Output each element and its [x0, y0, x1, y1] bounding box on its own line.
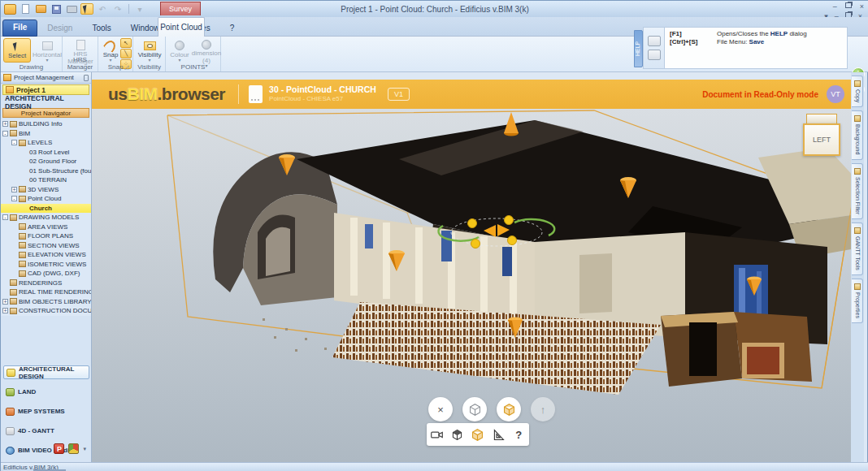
- tree-item[interactable]: 02 Ground Floor: [1, 157, 91, 166]
- new-document-button[interactable]: [19, 3, 32, 15]
- module-button[interactable]: LAND: [3, 385, 89, 399]
- orbit-cube-button[interactable]: [449, 426, 467, 443]
- pin-icon[interactable]: [84, 75, 89, 81]
- upload-view-button[interactable]: ↑: [531, 397, 555, 421]
- tree-item-label: BIM OBJECTS LIBRARY: [19, 298, 91, 305]
- tree-expander[interactable]: -: [2, 131, 8, 136]
- module-button[interactable]: MEP SYSTEMS: [3, 404, 89, 418]
- 3d-viewport[interactable]: LEFT × ↑: [92, 109, 851, 462]
- right-panel-tab[interactable]: Selection Filter: [852, 163, 863, 219]
- snap-point-toggle[interactable]: ↖: [120, 38, 132, 48]
- tree-expander[interactable]: +: [2, 308, 8, 313]
- view-cube[interactable]: LEFT: [803, 114, 840, 156]
- menu-tab[interactable]: Design: [37, 20, 82, 37]
- tree-expander[interactable]: -: [11, 140, 17, 145]
- app-icon[interactable]: [4, 4, 16, 15]
- tree-expander[interactable]: +: [2, 121, 8, 127]
- tree-item[interactable]: CAD (DWG, DXF): [1, 269, 91, 279]
- print-button[interactable]: [65, 3, 78, 15]
- tab-point-cloud[interactable]: Point Cloud: [158, 17, 205, 37]
- right-panel-tab[interactable]: Background: [852, 110, 863, 159]
- minimize-button[interactable]: –: [833, 2, 837, 11]
- view-cube-left-face[interactable]: LEFT: [803, 123, 840, 156]
- cursor-icon: [11, 41, 24, 52]
- tree-item[interactable]: ISOMETRIC VIEWS: [1, 260, 91, 270]
- tree-item-icon: [10, 308, 17, 314]
- visibility-button[interactable]: Visibility ▾: [136, 38, 163, 63]
- tree-item[interactable]: FLOOR PLANS: [1, 231, 91, 241]
- right-panel-tab[interactable]: Copy: [852, 76, 863, 107]
- product-cube-icon[interactable]: [68, 443, 79, 454]
- snap-line-toggle[interactable]: ╲: [120, 49, 132, 58]
- close-button[interactable]: ×: [860, 2, 864, 11]
- camera-view-button[interactable]: [428, 426, 446, 443]
- restore-button[interactable]: [845, 2, 852, 8]
- menu-tab[interactable]: Tools: [82, 20, 120, 37]
- tree-item[interactable]: + BUILDING Info: [1, 119, 91, 129]
- user-avatar[interactable]: VT: [827, 85, 844, 103]
- contact-icon[interactable]: [648, 36, 661, 46]
- manuals-icon[interactable]: [648, 50, 661, 60]
- quick-access-more-button[interactable]: ▾: [133, 3, 146, 15]
- window-panes-icon: [41, 40, 54, 51]
- horizontal-button[interactable]: Horizontal ▾: [33, 38, 62, 63]
- module-button[interactable]: 4D - GANTT: [3, 424, 89, 438]
- tree-expander[interactable]: +: [2, 299, 8, 305]
- ribbon-group-points: Colour ▾ dimension (4) ▾ POINTS: [166, 37, 221, 71]
- tree-item[interactable]: Church: [1, 204, 91, 214]
- tree-item[interactable]: - BIM: [1, 129, 91, 139]
- panel-tab-label: Selection Filter: [854, 177, 861, 214]
- dimension-button[interactable]: dimension (4) ▾: [193, 38, 219, 63]
- open-folder-button[interactable]: [34, 3, 47, 15]
- tree-item[interactable]: - LEVELS: [1, 138, 91, 148]
- panel-tab-icon: [854, 115, 861, 122]
- tree-item[interactable]: - Point Cloud: [1, 194, 91, 204]
- help-vertical-tab[interactable]: HELP: [634, 30, 643, 67]
- viewer-help-button[interactable]: ?: [510, 426, 527, 443]
- snap-dialog-launcher[interactable]: ◿: [124, 64, 131, 71]
- snap-button[interactable]: Snap ▾: [100, 38, 121, 63]
- colour-button[interactable]: Colour ▾: [167, 38, 192, 63]
- right-panel-tab[interactable]: GANTT Tools: [852, 223, 863, 275]
- tree-item[interactable]: 01 Sub-Structure (foundations: [1, 166, 91, 176]
- module-button[interactable]: ARCHITECTURAL DESIGN: [3, 365, 89, 379]
- tree-item[interactable]: 00 TERRAIN: [1, 175, 91, 185]
- save-button[interactable]: [50, 3, 63, 15]
- tree-item[interactable]: AREA VIEWS: [1, 223, 91, 232]
- eye-icon: [143, 40, 156, 51]
- help-panel: HELP [F1] Opens/Closes the HELP dialog […: [634, 27, 848, 69]
- tree-item[interactable]: REAL TIME RENDERING & VRi: [1, 287, 91, 297]
- tree-item[interactable]: + BIM OBJECTS LIBRARY: [1, 297, 91, 307]
- redo-button[interactable]: ↷: [111, 3, 124, 15]
- tree-item[interactable]: SECTION VIEWS: [1, 241, 91, 251]
- tree-item[interactable]: + CONSTRUCTION DOCUMENTS: [1, 306, 91, 316]
- close-tool-button[interactable]: ×: [428, 397, 453, 421]
- project-management-sidebar: Project Management Project 1 ARCHITECTUR…: [1, 72, 92, 462]
- tree-item-icon: [10, 289, 17, 296]
- version-badge[interactable]: V1: [388, 88, 410, 101]
- undo-button[interactable]: ↶: [96, 3, 109, 15]
- tree-item[interactable]: + 3D VIEWS: [1, 185, 91, 195]
- chevron-down-icon[interactable]: ▾: [83, 446, 86, 452]
- panel-tab-label: Background: [854, 124, 861, 154]
- tree-item[interactable]: - DRAWING MODELS: [1, 213, 91, 223]
- menu-tab[interactable]: ?: [220, 20, 245, 37]
- ribbon-group-visibility: Visibility ▾ Visibility: [133, 37, 166, 71]
- tree-expander[interactable]: -: [11, 196, 17, 201]
- wireframe-cube-button[interactable]: [462, 397, 487, 421]
- tree-expander[interactable]: -: [2, 214, 8, 220]
- measure-button[interactable]: [489, 426, 507, 443]
- solid-cube-button[interactable]: [497, 397, 521, 421]
- right-panel-tab[interactable]: Properties: [852, 279, 863, 323]
- menu-tab[interactable]: File: [2, 19, 37, 37]
- view-cube-top-face[interactable]: [806, 114, 837, 123]
- module-icon: [7, 369, 15, 377]
- tree-item[interactable]: RENDERINGS: [1, 279, 91, 288]
- tree-expander[interactable]: +: [11, 187, 17, 192]
- tree-item[interactable]: ELEVATION VIEWS: [1, 250, 91, 260]
- select-tool-button[interactable]: [80, 3, 93, 15]
- primus-icon[interactable]: P: [54, 443, 64, 454]
- tree-item[interactable]: 03 Roof Level: [1, 148, 91, 158]
- model-cube-button[interactable]: [469, 426, 487, 443]
- select-button[interactable]: Select: [3, 38, 31, 63]
